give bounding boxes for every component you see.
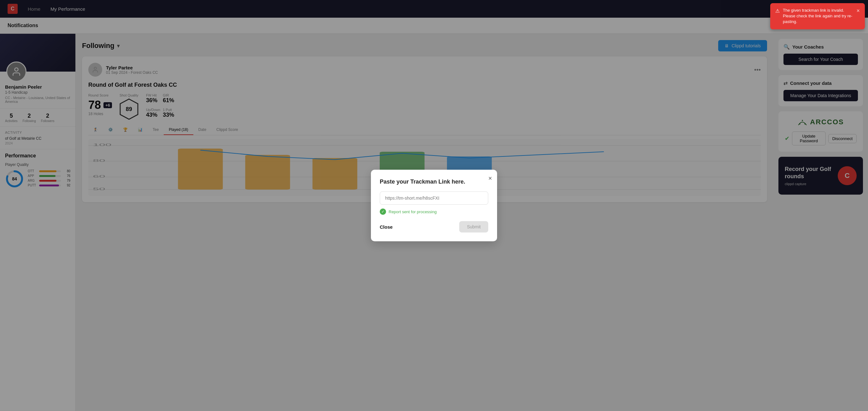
modal-success-message: ✓ Report sent for processing: [380, 209, 488, 215]
success-checkmark-icon: ✓: [380, 209, 386, 215]
toast-close-button[interactable]: ×: [856, 7, 860, 14]
error-message: The given trackman link is invalid. Plea…: [783, 7, 853, 25]
modal-overlay: × Paste your Trackman Link here. ✓ Repor…: [0, 0, 868, 411]
trackman-link-input[interactable]: [380, 191, 488, 205]
modal-title: Paste your Trackman Link here.: [380, 179, 488, 185]
modal-close-x-button[interactable]: ×: [488, 175, 492, 182]
modal-submit-button[interactable]: Submit: [459, 221, 488, 232]
warning-icon: ⚠: [775, 8, 780, 14]
error-toast: ⚠ The given trackman link is invalid. Pl…: [770, 3, 865, 29]
success-text: Report sent for processing: [389, 210, 436, 214]
modal-actions: Close Submit: [380, 221, 488, 232]
modal-close-button[interactable]: Close: [380, 224, 393, 230]
trackman-modal: × Paste your Trackman Link here. ✓ Repor…: [371, 170, 497, 241]
